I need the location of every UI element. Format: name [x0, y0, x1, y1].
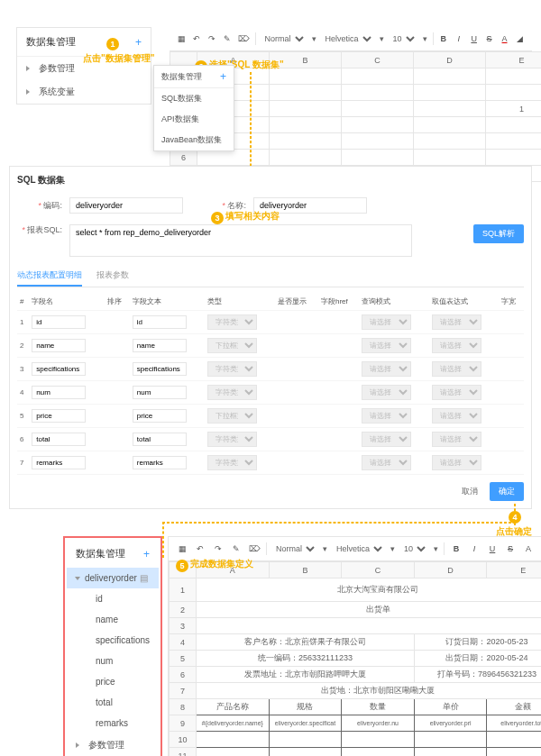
- add-icon[interactable]: +: [220, 70, 226, 83]
- field-item[interactable]: price: [67, 671, 159, 692]
- size-select[interactable]: 10: [390, 33, 417, 44]
- size-select[interactable]: 10: [400, 543, 428, 554]
- step-3-badge: 3: [211, 212, 224, 224]
- field-item[interactable]: remarks: [67, 713, 159, 733]
- underline-icon[interactable]: U: [486, 542, 499, 555]
- field-item[interactable]: specifications: [67, 630, 159, 651]
- field-item[interactable]: name: [67, 609, 159, 630]
- type-select[interactable]: 字符类型: [207, 385, 257, 400]
- strike-icon[interactable]: S: [484, 32, 494, 45]
- fieldname-input[interactable]: [32, 362, 86, 376]
- tab-params[interactable]: 报表参数: [96, 266, 129, 287]
- type-select[interactable]: 字符类型: [207, 455, 257, 470]
- text-color-icon[interactable]: A: [522, 542, 535, 555]
- fieldtext-input[interactable]: [133, 315, 187, 329]
- chevron-right-icon: [26, 66, 30, 71]
- strike-icon[interactable]: S: [504, 542, 517, 555]
- format-select[interactable]: Normal: [272, 543, 317, 554]
- qmode-select[interactable]: 请选择: [362, 314, 411, 330]
- qmode-select[interactable]: 请选择: [362, 455, 411, 470]
- table-row: 4字符类型请选择请选择: [17, 381, 524, 405]
- qmode-select[interactable]: 请选择: [362, 432, 411, 447]
- fieldtext-input[interactable]: [133, 409, 187, 423]
- dropdown-javabean[interactable]: JavaBean数据集: [154, 130, 234, 150]
- field-item[interactable]: total: [67, 692, 159, 713]
- step-3-text: 填写相关内容: [225, 210, 280, 223]
- tab-fields[interactable]: 动态报表配置明细: [17, 266, 82, 287]
- clear-icon[interactable]: ⌦: [248, 542, 261, 555]
- sql-textarea[interactable]: select * from rep_demo_deliveryorder: [69, 224, 412, 257]
- fieldtext-input[interactable]: [133, 456, 187, 469]
- qmode-select[interactable]: 请选择: [362, 338, 411, 353]
- qmode-select[interactable]: 请选择: [362, 385, 411, 400]
- type-select[interactable]: 字符类型: [207, 432, 257, 447]
- fieldtext-input[interactable]: [133, 433, 187, 446]
- fieldtext-input[interactable]: [133, 386, 187, 399]
- add-icon[interactable]: +: [143, 548, 150, 560]
- type-select[interactable]: 字符类型: [207, 314, 257, 330]
- type-select[interactable]: 下拉框型: [207, 408, 257, 424]
- qmode-select[interactable]: 请选择: [362, 361, 411, 377]
- chevron-right-icon: [26, 89, 30, 95]
- font-select[interactable]: Helvetica: [322, 33, 374, 44]
- fieldname-input[interactable]: [32, 456, 86, 469]
- dataset-node[interactable]: deliveryorder ▤: [67, 568, 159, 588]
- paint-icon[interactable]: ✎: [230, 542, 243, 555]
- sidebar-param-mgmt[interactable]: 参数管理: [67, 733, 159, 756]
- parse-button[interactable]: SQL解析: [473, 224, 524, 243]
- chevron-down-icon: [75, 577, 80, 580]
- dropdown-api[interactable]: API数据集: [154, 109, 234, 130]
- underline-icon[interactable]: U: [469, 32, 479, 45]
- fieldname-input[interactable]: [32, 409, 86, 423]
- redo-icon[interactable]: ↷: [207, 32, 217, 45]
- field-item[interactable]: num: [67, 651, 159, 671]
- fieldname-input[interactable]: [32, 433, 86, 446]
- result-sidebar: 数据集管理+ deliveryorder ▤ idnamespecificati…: [63, 536, 162, 756]
- text-color-icon[interactable]: A: [500, 32, 509, 45]
- field-item[interactable]: id: [67, 588, 159, 609]
- step-1-badge: 1: [106, 38, 119, 50]
- step-5-text: 完成数据集定义: [190, 558, 253, 570]
- undo-icon[interactable]: ↶: [194, 542, 206, 555]
- expr-select[interactable]: 请选择: [432, 432, 481, 447]
- fill-icon[interactable]: ◢: [515, 32, 525, 45]
- code-input[interactable]: [69, 197, 183, 214]
- fieldname-input[interactable]: [32, 386, 86, 399]
- step-5-badge: 5: [176, 560, 188, 572]
- expr-select[interactable]: 请选择: [432, 338, 481, 353]
- redo-icon[interactable]: ↷: [212, 542, 225, 555]
- qmode-select[interactable]: 请选择: [362, 408, 411, 424]
- chevron-right-icon: [76, 742, 79, 748]
- fieldtext-input[interactable]: [133, 362, 187, 376]
- undo-icon[interactable]: ↶: [192, 32, 202, 45]
- type-select[interactable]: 下拉框型: [207, 338, 257, 353]
- expr-select[interactable]: 请选择: [432, 385, 481, 400]
- new-icon[interactable]: ▦: [176, 542, 188, 555]
- expr-select[interactable]: 请选择: [432, 455, 481, 470]
- sidebar-sys-var[interactable]: 系统变量: [17, 80, 151, 104]
- ok-button[interactable]: 确定: [490, 482, 524, 501]
- add-icon[interactable]: +: [135, 36, 142, 49]
- fieldname-input[interactable]: [32, 315, 86, 329]
- italic-icon[interactable]: I: [454, 32, 463, 45]
- type-select[interactable]: 字符类型: [207, 361, 257, 377]
- italic-icon[interactable]: I: [468, 542, 481, 555]
- paint-icon[interactable]: ✎: [223, 32, 233, 45]
- new-icon[interactable]: ▦: [177, 32, 187, 45]
- dataset-mgmt-header[interactable]: 数据集管理+: [67, 540, 159, 568]
- fieldtext-input[interactable]: [133, 339, 187, 352]
- cell-e3[interactable]: 1: [486, 101, 542, 117]
- font-select[interactable]: Helvetica: [333, 543, 385, 554]
- expr-select[interactable]: 请选择: [432, 361, 481, 377]
- report-grid[interactable]: ABCDE 1北京大淘宝商有限公司 2出货单 3 4客户名称：北京煎饼果子有限公…: [169, 561, 541, 756]
- table-row: 6字符类型请选择请选择: [17, 428, 524, 451]
- dropdown-sql[interactable]: SQL数据集: [154, 88, 234, 109]
- clear-icon[interactable]: ⌦: [238, 32, 250, 45]
- bold-icon[interactable]: B: [450, 542, 463, 555]
- format-select[interactable]: Normal: [261, 33, 307, 44]
- cancel-button[interactable]: 取消: [462, 487, 478, 496]
- expr-select[interactable]: 请选择: [432, 408, 481, 424]
- fieldname-input[interactable]: [32, 339, 86, 352]
- bold-icon[interactable]: B: [438, 32, 448, 45]
- expr-select[interactable]: 请选择: [432, 314, 481, 330]
